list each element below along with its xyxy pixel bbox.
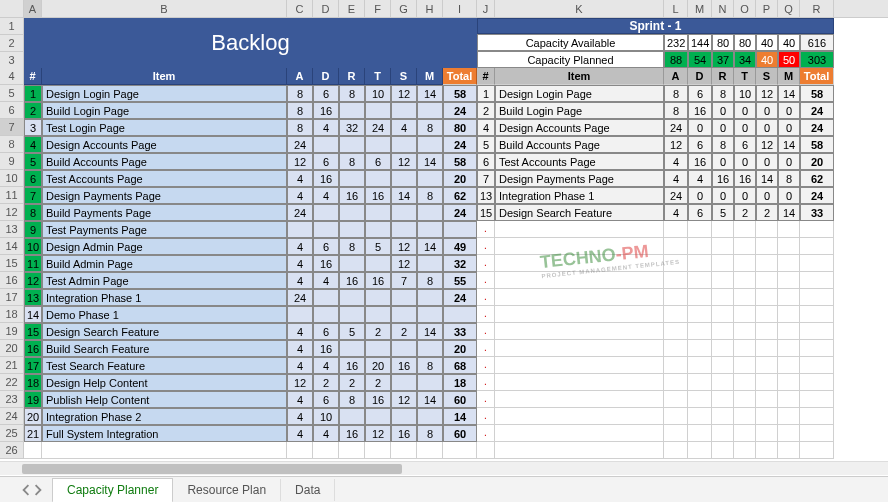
sprint-T-4[interactable]: 0	[734, 119, 756, 136]
row-header-10[interactable]: 10	[0, 170, 24, 187]
sprint-empty-O-17[interactable]	[734, 289, 756, 306]
sprint-M-4[interactable]: 0	[778, 119, 800, 136]
backlog-R-15[interactable]: 5	[339, 323, 365, 340]
sprint-empty-num-20[interactable]: .	[477, 340, 495, 357]
sprint-empty-P-16[interactable]	[756, 272, 778, 289]
cell-26-M[interactable]	[688, 442, 712, 459]
backlog-M-12[interactable]: 8	[417, 272, 443, 289]
backlog-total-6[interactable]: 20	[443, 170, 477, 187]
sprint-S-6[interactable]: 0	[756, 153, 778, 170]
backlog-S-1[interactable]: 12	[391, 85, 417, 102]
next-sheet-button[interactable]	[32, 479, 44, 501]
sprint-empty-O-18[interactable]	[734, 306, 756, 323]
backlog-total-9[interactable]	[443, 221, 477, 238]
sprint-D-1[interactable]: 6	[688, 85, 712, 102]
sprint-empty-R-21[interactable]	[800, 357, 834, 374]
backlog-S-4[interactable]	[391, 136, 417, 153]
backlog-A-6[interactable]: 4	[287, 170, 313, 187]
select-all-cell[interactable]	[0, 0, 24, 17]
backlog-A-2[interactable]: 8	[287, 102, 313, 119]
sprint-R-2[interactable]: 0	[712, 102, 734, 119]
sprint-empty-P-17[interactable]	[756, 289, 778, 306]
cell-26-R[interactable]	[800, 442, 834, 459]
row-header-25[interactable]: 25	[0, 425, 24, 442]
sprint-empty-item-20[interactable]	[495, 340, 664, 357]
backlog-S-10[interactable]: 12	[391, 238, 417, 255]
backlog-item-18[interactable]: Design Help Content	[42, 374, 287, 391]
row-header-14[interactable]: 14	[0, 238, 24, 255]
backlog-total-14[interactable]	[443, 306, 477, 323]
sprint-empty-num-22[interactable]: .	[477, 374, 495, 391]
backlog-A-21[interactable]: 4	[287, 425, 313, 442]
backlog-M-17[interactable]: 8	[417, 357, 443, 374]
backlog-total-8[interactable]: 24	[443, 204, 477, 221]
cell-26-E[interactable]	[339, 442, 365, 459]
backlog-T-4[interactable]	[365, 136, 391, 153]
sprint-empty-N-24[interactable]	[712, 408, 734, 425]
cell-26-G[interactable]	[391, 442, 417, 459]
backlog-M-1[interactable]: 14	[417, 85, 443, 102]
backlog-T-18[interactable]: 2	[365, 374, 391, 391]
row-header-8[interactable]: 8	[0, 136, 24, 153]
backlog-num-18[interactable]: 18	[24, 374, 42, 391]
sprint-empty-L-17[interactable]	[664, 289, 688, 306]
backlog-D-13[interactable]	[313, 289, 339, 306]
sprint-A-1[interactable]: 8	[664, 85, 688, 102]
row-header-6[interactable]: 6	[0, 102, 24, 119]
backlog-S-9[interactable]	[391, 221, 417, 238]
backlog-D-8[interactable]	[313, 204, 339, 221]
backlog-T-19[interactable]: 16	[365, 391, 391, 408]
backlog-item-20[interactable]: Integration Phase 2	[42, 408, 287, 425]
cell-26-B[interactable]	[42, 442, 287, 459]
backlog-R-16[interactable]	[339, 340, 365, 357]
backlog-num-2[interactable]: 2	[24, 102, 42, 119]
cell-26-N[interactable]	[712, 442, 734, 459]
backlog-item-21[interactable]: Full System Integration	[42, 425, 287, 442]
sprint-empty-R-20[interactable]	[800, 340, 834, 357]
backlog-item-4[interactable]: Design Accounts Page	[42, 136, 287, 153]
backlog-R-1[interactable]: 8	[339, 85, 365, 102]
sprint-empty-Q-17[interactable]	[778, 289, 800, 306]
backlog-D-3[interactable]: 4	[313, 119, 339, 136]
backlog-total-1[interactable]: 58	[443, 85, 477, 102]
sprint-empty-O-13[interactable]	[734, 221, 756, 238]
sprint-empty-M-24[interactable]	[688, 408, 712, 425]
sprint-empty-M-17[interactable]	[688, 289, 712, 306]
row-header-20[interactable]: 20	[0, 340, 24, 357]
backlog-S-15[interactable]: 2	[391, 323, 417, 340]
backlog-num-8[interactable]: 8	[24, 204, 42, 221]
backlog-D-19[interactable]: 6	[313, 391, 339, 408]
backlog-M-13[interactable]	[417, 289, 443, 306]
sprint-empty-N-13[interactable]	[712, 221, 734, 238]
sprint-R-13[interactable]: 0	[712, 187, 734, 204]
sprint-D-15[interactable]: 6	[688, 204, 712, 221]
sprint-D-4[interactable]: 0	[688, 119, 712, 136]
backlog-A-7[interactable]: 4	[287, 187, 313, 204]
sprint-empty-P-21[interactable]	[756, 357, 778, 374]
backlog-S-19[interactable]: 12	[391, 391, 417, 408]
backlog-item-9[interactable]: Test Payments Page	[42, 221, 287, 238]
cell-26-K[interactable]	[495, 442, 664, 459]
sprint-empty-O-15[interactable]	[734, 255, 756, 272]
sprint-empty-N-14[interactable]	[712, 238, 734, 255]
backlog-R-4[interactable]	[339, 136, 365, 153]
backlog-D-6[interactable]: 16	[313, 170, 339, 187]
sprint-S-5[interactable]: 12	[756, 136, 778, 153]
sprint-T-15[interactable]: 2	[734, 204, 756, 221]
sprint-M-5[interactable]: 14	[778, 136, 800, 153]
backlog-S-6[interactable]	[391, 170, 417, 187]
backlog-num-6[interactable]: 6	[24, 170, 42, 187]
backlog-A-17[interactable]: 4	[287, 357, 313, 374]
sprint-empty-M-19[interactable]	[688, 323, 712, 340]
col-header-G[interactable]: G	[391, 0, 417, 17]
sprint-T-1[interactable]: 10	[734, 85, 756, 102]
cell-26-Q[interactable]	[778, 442, 800, 459]
backlog-D-16[interactable]: 16	[313, 340, 339, 357]
backlog-num-17[interactable]: 17	[24, 357, 42, 374]
sprint-empty-N-18[interactable]	[712, 306, 734, 323]
backlog-S-18[interactable]	[391, 374, 417, 391]
backlog-item-12[interactable]: Test Admin Page	[42, 272, 287, 289]
backlog-total-13[interactable]: 24	[443, 289, 477, 306]
backlog-D-4[interactable]	[313, 136, 339, 153]
backlog-item-8[interactable]: Build Payments Page	[42, 204, 287, 221]
